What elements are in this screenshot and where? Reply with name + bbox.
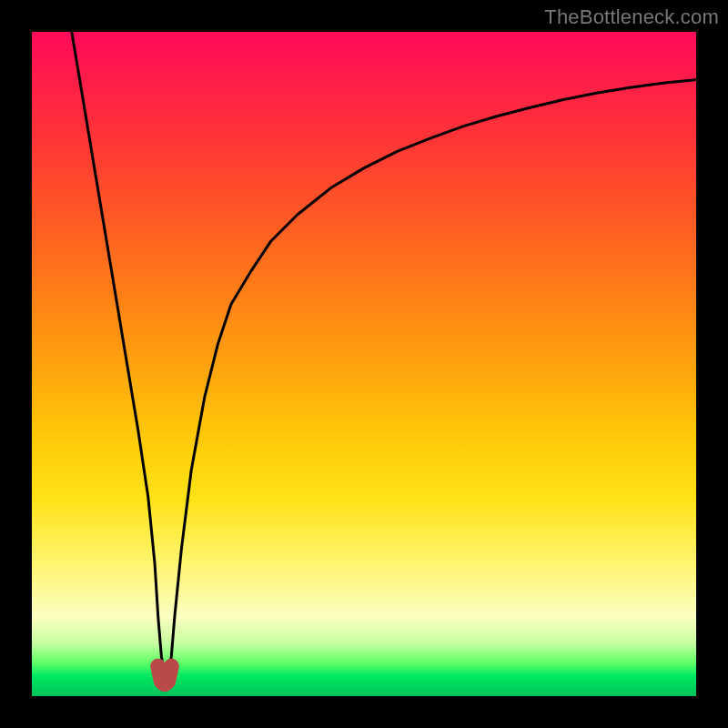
watermark-text: TheBottleneck.com	[544, 5, 719, 29]
bottleneck-curve	[72, 32, 696, 676]
min-marker	[158, 666, 172, 684]
curve-layer	[32, 32, 696, 696]
plot-area	[32, 32, 696, 696]
chart-frame: TheBottleneck.com	[0, 0, 728, 728]
